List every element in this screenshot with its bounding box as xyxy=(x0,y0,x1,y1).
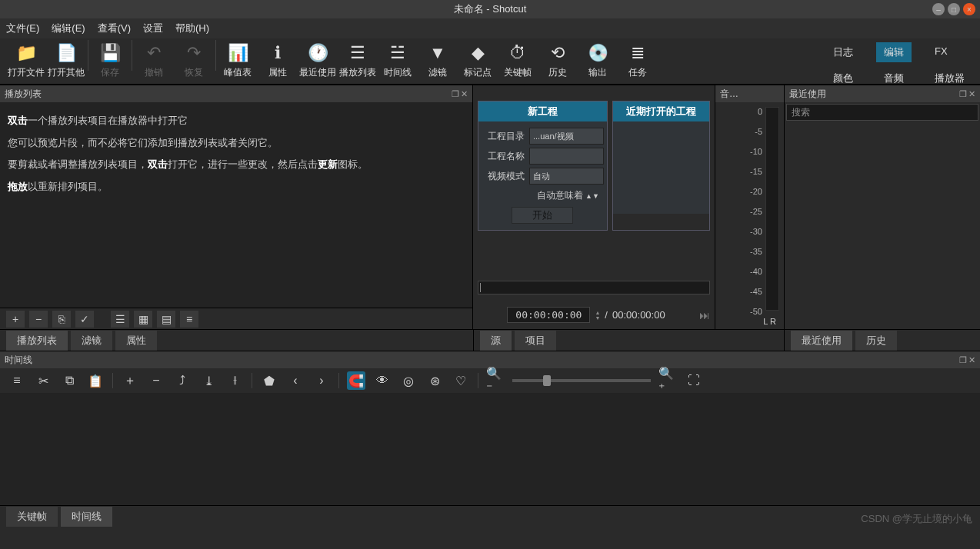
player-progress[interactable] xyxy=(478,281,710,294)
project-folder-field[interactable]: ...uan/视频 xyxy=(529,128,604,145)
recent-search-input[interactable]: 搜索 xyxy=(786,104,978,121)
playlist-button[interactable]: ☰播放列表 xyxy=(338,40,378,83)
tab-fx[interactable]: FX xyxy=(927,42,955,62)
add-button[interactable]: + xyxy=(6,311,25,328)
maximize-button[interactable]: □ xyxy=(948,3,960,15)
playlist-title: 播放列表 xyxy=(5,88,42,101)
close-panel-icon[interactable]: ✕ xyxy=(968,89,975,99)
undock-icon[interactable]: ❐ xyxy=(959,355,967,365)
file-icon: 📁 xyxy=(16,43,37,63)
zoom-out-button[interactable]: 🔍⁻ xyxy=(486,371,505,390)
ripple-markers-button[interactable]: ♡ xyxy=(452,371,470,390)
tab-project[interactable]: 项目 xyxy=(515,331,556,351)
audio-lr-label: L R xyxy=(763,317,776,326)
menu-edit[interactable]: 编辑(E) xyxy=(52,22,85,35)
lift-button[interactable]: ⤴ xyxy=(173,371,192,390)
ripple-button[interactable]: ◎ xyxy=(399,371,418,390)
markers-button[interactable]: ◆标记点 xyxy=(458,40,498,83)
tab-filters[interactable]: 滤镜 xyxy=(71,331,112,351)
scrub-button[interactable]: 👁 xyxy=(373,371,392,390)
time-spinner[interactable]: ▲▼ xyxy=(595,310,600,321)
close-button[interactable]: × xyxy=(963,3,975,15)
zoom-slider[interactable] xyxy=(512,379,651,382)
clock-icon: 🕐 xyxy=(308,43,328,63)
view-tiles-button[interactable]: ▦ xyxy=(134,311,152,328)
tab-timeline[interactable]: 时间线 xyxy=(61,507,112,527)
export-button[interactable]: 💿输出 xyxy=(578,40,618,83)
tab-player[interactable]: 播放器 xyxy=(927,68,972,88)
next-button[interactable]: › xyxy=(312,371,331,390)
prev-button[interactable]: ‹ xyxy=(286,371,305,390)
redo-button[interactable]: ↷恢复 xyxy=(174,40,214,83)
tab-log[interactable]: 日志 xyxy=(825,42,861,62)
recent-button[interactable]: 🕐最近使用 xyxy=(298,40,338,83)
marker-button[interactable]: ⬟ xyxy=(260,371,278,390)
filter-icon: ▼ xyxy=(429,43,446,63)
minimize-button[interactable]: – xyxy=(932,3,945,15)
check-button[interactable]: ✓ xyxy=(75,311,94,328)
history-button[interactable]: ⟲历史 xyxy=(538,40,578,83)
tab-color[interactable]: 颜色 xyxy=(825,68,861,88)
tl-menu-button[interactable]: ≡ xyxy=(8,371,26,390)
start-button[interactable]: 开始 xyxy=(512,207,573,224)
split-button[interactable]: ⫲ xyxy=(225,371,244,390)
undock-icon[interactable]: ❐ xyxy=(452,89,459,99)
open-file-button[interactable]: 📁打开文件 xyxy=(6,40,46,83)
timeline-toolbar: ≡ ✂ ⧉ 📋 ＋ − ⤴ ⤓ ⫲ ⬟ ‹ › 🧲 👁 ◎ ⊛ ♡ 🔍⁻ 🔍⁺ … xyxy=(0,368,980,393)
paste-button[interactable]: 📋 xyxy=(86,371,105,390)
remove-button[interactable]: − xyxy=(29,311,48,328)
tab-recent[interactable]: 最近使用 xyxy=(791,331,852,351)
history-icon: ⟲ xyxy=(551,43,565,63)
append-button[interactable]: ＋ xyxy=(121,371,139,390)
zoom-in-button[interactable]: 🔍⁺ xyxy=(658,371,677,390)
close-panel-icon[interactable]: ✕ xyxy=(968,355,975,365)
window-title: 未命名 - Shotcut xyxy=(454,2,527,16)
peak-meter-button[interactable]: 📊峰值表 xyxy=(218,40,258,83)
menu-settings[interactable]: 设置 xyxy=(143,22,163,35)
info-icon: ℹ xyxy=(275,43,281,63)
cut-button[interactable]: ✂ xyxy=(34,371,52,390)
zoom-fit-button[interactable]: ⛶ xyxy=(685,371,703,390)
tab-history[interactable]: 历史 xyxy=(855,331,897,351)
tab-source[interactable]: 源 xyxy=(480,331,512,351)
timeline-button[interactable]: ☱时间线 xyxy=(378,40,418,83)
remove-button[interactable]: − xyxy=(147,371,165,390)
jobs-button[interactable]: ≣任务 xyxy=(618,40,658,83)
ripple-all-button[interactable]: ⊛ xyxy=(425,371,444,390)
view-details-button[interactable]: ▤ xyxy=(157,311,175,328)
view-icons-button[interactable]: ≡ xyxy=(180,311,198,328)
layout-tabs: 日志 编辑 FX 颜色 音频 播放器 xyxy=(825,42,972,88)
watermark: CSDN @学无止境的小龟 xyxy=(861,512,972,526)
update-button[interactable]: ⎘ xyxy=(52,311,71,328)
undock-icon[interactable]: ❐ xyxy=(959,89,967,99)
snap-button[interactable]: 🧲 xyxy=(347,371,365,390)
tab-playlist[interactable]: 播放列表 xyxy=(6,331,68,351)
tab-edit[interactable]: 编辑 xyxy=(876,42,912,62)
menu-view[interactable]: 查看(V) xyxy=(98,22,131,35)
undo-button[interactable]: ↶撤销 xyxy=(134,40,174,83)
overwrite-button[interactable]: ⤓ xyxy=(199,371,218,390)
save-icon: 💾 xyxy=(100,43,121,63)
tab-audio[interactable]: 音频 xyxy=(876,68,912,88)
open-other-button[interactable]: 📄打开其他 xyxy=(46,40,86,83)
menu-help[interactable]: 帮助(H) xyxy=(175,22,209,35)
project-name-field[interactable] xyxy=(529,148,604,165)
menu-file[interactable]: 文件(E) xyxy=(6,22,39,35)
properties-button[interactable]: ℹ属性 xyxy=(258,40,298,83)
skip-end-icon[interactable]: ⏭ xyxy=(699,309,710,321)
copy-button[interactable]: ⧉ xyxy=(60,371,78,390)
filters-button[interactable]: ▼滤镜 xyxy=(418,40,458,83)
close-panel-icon[interactable]: ✕ xyxy=(461,89,468,99)
view-list-button[interactable]: ☰ xyxy=(111,311,129,328)
menubar: 文件(E) 编辑(E) 查看(V) 设置 帮助(H) xyxy=(0,18,980,38)
current-time[interactable]: 00:00:00:00 xyxy=(507,307,590,323)
timeline-tracks[interactable] xyxy=(0,393,980,505)
playlist-hint-area: 双击一个播放列表项目在播放器中打开它 您可以预览片段，而不必将它们添加到播放列表… xyxy=(0,102,472,308)
titlebar: 未命名 - Shotcut – □ × xyxy=(0,0,980,18)
video-mode-field[interactable]: 自动 xyxy=(529,168,604,185)
tab-keyframes[interactable]: 关键帧 xyxy=(6,507,58,527)
save-button[interactable]: 💾保存 xyxy=(90,40,130,83)
keyframes-button[interactable]: ⏱关键帧 xyxy=(498,40,538,83)
tab-properties[interactable]: 属性 xyxy=(115,331,157,351)
recent-projects-list[interactable] xyxy=(613,121,709,214)
